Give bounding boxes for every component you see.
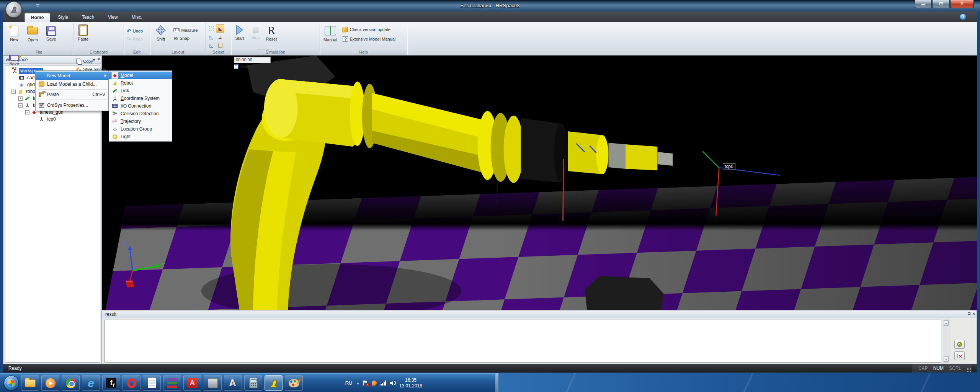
app-menu-button[interactable] [5,1,22,18]
tcp0-label: tcp0 [723,163,735,170]
tree-item-tcp0[interactable]: tcp0 [5,116,100,122]
collapse-icon[interactable]: − [18,103,23,108]
calculator-icon [249,378,258,388]
save-button[interactable]: Save [43,24,60,48]
show-desktop-button[interactable] [495,373,498,392]
copy-button[interactable]: Copy [75,57,108,65]
resize-grip[interactable] [967,368,972,372]
angle-icon: ◺ [209,43,213,48]
measure-icon [173,28,180,32]
submenu-item-collision-detection[interactable]: Collision Detection [109,110,172,118]
close-panel-icon[interactable]: × [973,312,975,315]
check-version-update-button[interactable]: Check version update [341,25,397,33]
open-button[interactable]: Open [24,24,41,48]
select-pan-button[interactable] [216,41,224,49]
network-signal-icon[interactable] [381,381,386,385]
pin-icon[interactable] [968,312,970,315]
submenu-item-robot[interactable]: Robot [109,79,172,87]
taskbar-acrobat-button[interactable]: A [183,375,201,391]
result-output-area[interactable] [105,320,941,363]
taskbar-chrome-button[interactable] [62,375,80,391]
collapse-icon[interactable]: − [11,90,16,94]
tab-view[interactable]: View [102,13,124,22]
submenu-item-light[interactable]: Light [109,133,172,140]
play-icon [235,24,244,35]
tab-misc[interactable]: Misc. [126,13,149,22]
manual-button[interactable]: Manual [321,24,340,48]
start-button[interactable]: Start [232,24,247,48]
caps-indicator: CAP [918,366,928,371]
submenu-item-trajectory[interactable]: Trajectory [109,118,172,125]
taskbar-hrspace-button[interactable] [265,375,283,391]
select-angle3-button[interactable]: ◺ [207,41,216,49]
tab-teach[interactable]: Teach [76,13,100,22]
taskbar-opera-button[interactable] [122,375,140,391]
paste-button[interactable]: Paste [75,24,91,48]
action-center-flag-icon[interactable]: ✕ [363,381,368,385]
taskbar: e f A A RU ▲ ✕ 16:35 [0,373,495,392]
select-axis-button[interactable]: ⊥ [216,33,224,41]
select-marquee-button[interactable] [207,24,216,33]
undo-button[interactable]: ↶ Undo [125,27,144,35]
reset-button[interactable]: R Reset [264,24,279,48]
expand-icon[interactable]: + [18,96,23,101]
taskbar-media-player-button[interactable] [41,375,59,391]
submenu-item-model[interactable]: ◆ Model [109,72,172,79]
taskbar-capture-button[interactable]: f [102,375,120,391]
close-button[interactable]: ✕ [950,0,974,8]
result-panel: result × ▲ ▼ [102,310,977,364]
hrspace-robot-icon [268,377,279,389]
tab-style[interactable]: Style [52,13,74,22]
submenu-item-io-connection[interactable]: I/O Connection [109,102,172,110]
start-button[interactable] [4,376,19,390]
collapse-icon[interactable]: − [25,110,29,114]
repeat-toggle[interactable]: Repeat [234,64,271,69]
scroll-down-icon[interactable]: ▼ [944,356,949,362]
minimize-button[interactable] [915,0,932,8]
submenu-item-location-group[interactable]: ◇ Location Group [109,125,172,133]
delete-log-button[interactable] [954,351,965,360]
taskbar-ie-button[interactable]: e [82,375,100,391]
volume-icon[interactable] [390,381,395,385]
menu-item-paste[interactable]: Paste Ctrl+V [36,90,108,99]
select-angle-button-active[interactable]: ◣ [216,24,224,33]
select-angle2-button[interactable]: ◺ [207,33,216,41]
measure-button[interactable]: Measure [172,26,199,34]
help-icon[interactable]: ? [960,13,966,20]
taskbar-notepad-button[interactable] [143,375,161,391]
submenu-item-link[interactable]: Link [109,87,172,95]
taskbar-calculator-button[interactable] [244,375,262,391]
shift-button[interactable]: Shift [151,24,170,48]
submenu-item-coordinate-system[interactable]: Coordinate System [109,95,172,102]
taskbar-paint-button[interactable] [285,375,303,391]
clear-log-button[interactable] [954,340,965,349]
result-scrollbar[interactable]: ▲ ▼ [943,320,949,363]
quick-access-customize-button[interactable]: ▾ [35,3,41,8]
time-field[interactable]: 00:00.00 [234,57,271,63]
restore-button[interactable] [932,0,950,8]
snap-button[interactable]: ⊗ Snap [172,34,199,42]
taskbar-explorer-button[interactable] [21,375,39,391]
menu-item-load-model[interactable]: Load Model as a Child... [36,80,108,88]
redo-button[interactable]: ↷ Redo [125,35,144,43]
clock[interactable]: 16:35 13.01.2018 [399,377,422,389]
stop-button[interactable]: Stop [248,24,262,48]
tray-expand-icon[interactable]: ▲ [356,381,360,385]
scroll-up-icon[interactable]: ▲ [944,320,949,326]
extensive-model-manual-button[interactable]: ? Extensive Model Manual [341,35,397,43]
menu-item-new-model[interactable]: New Model [36,72,108,80]
snap-icon: ⊗ [173,36,178,41]
taskbar-winrar-button[interactable] [163,375,181,391]
tab-home[interactable]: Home [24,13,50,22]
ban-icon [957,342,962,347]
antivirus-icon[interactable] [371,380,377,386]
ribbon-tab-strip: Home Style Teach View Misc. ? [3,11,977,22]
menu-item-crdsys-properties[interactable]: CrdSys Properties... [36,101,108,110]
viewport-3d[interactable]: Z Y tcp0 [102,56,977,310]
taskbar-gray-app-button[interactable] [204,375,222,391]
new-button[interactable]: ✦ New [6,24,23,48]
axis-z-label: Z [124,241,127,246]
new-model-submenu: ◆ Model Robot Link Coordinate System I/O… [109,70,172,142]
taskbar-cad-button[interactable]: A [224,375,242,391]
language-indicator[interactable]: RU [345,380,353,386]
